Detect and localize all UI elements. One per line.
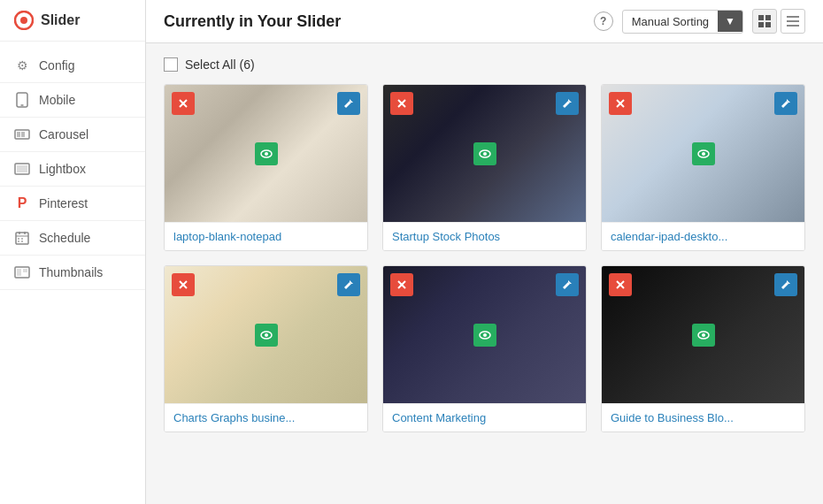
svg-point-42 <box>265 333 268 337</box>
preview-slide-button[interactable] <box>473 142 496 165</box>
config-icon: ⚙ <box>14 57 30 73</box>
sidebar-item-carousel[interactable]: Carousel <box>0 118 145 152</box>
svg-rect-23 <box>765 22 771 27</box>
edit-slide-button[interactable] <box>337 92 360 115</box>
thumbnails-icon <box>14 264 30 280</box>
preview-slide-button[interactable] <box>255 142 278 165</box>
edit-slide-button[interactable] <box>556 273 579 296</box>
svg-point-30 <box>265 152 268 156</box>
svg-rect-25 <box>787 20 799 22</box>
select-all-label[interactable]: Select All (6) <box>185 57 255 72</box>
app-name: Slider <box>41 12 80 28</box>
sidebar-label-schedule: Schedule <box>39 231 90 245</box>
delete-slide-button[interactable] <box>609 92 632 115</box>
slide-image <box>383 266 586 403</box>
preview-slide-button[interactable] <box>255 324 278 347</box>
sidebar-item-mobile[interactable]: Mobile <box>0 83 145 118</box>
grid-icon <box>758 15 771 27</box>
svg-rect-18 <box>17 269 21 276</box>
slide-card: calendar-ipad-deskto... <box>601 84 805 251</box>
slide-card: Startup Stock Photos <box>382 84 587 251</box>
slide-card: Content Marketing <box>382 265 587 432</box>
preview-slide-button[interactable] <box>692 324 715 347</box>
delete-slide-button[interactable] <box>172 273 195 296</box>
svg-rect-22 <box>758 22 764 27</box>
edit-slide-button[interactable] <box>774 92 797 115</box>
delete-slide-button[interactable] <box>390 273 413 296</box>
sidebar-item-pinterest[interactable]: P Pinterest <box>0 187 145 221</box>
svg-rect-19 <box>23 269 27 272</box>
mobile-icon <box>14 92 30 108</box>
sort-select-label: Manual Sorting <box>623 11 718 33</box>
slide-name: Startup Stock Photos <box>383 222 586 250</box>
sidebar-label-config: Config <box>39 58 74 73</box>
sidebar-item-thumbnails[interactable]: Thumbnails <box>0 256 145 290</box>
list-view-button[interactable] <box>781 9 805 34</box>
slides-grid: laptop-blank-notepadStartup Stock Photos… <box>164 84 805 432</box>
app-logo <box>14 11 34 30</box>
svg-rect-24 <box>787 16 799 18</box>
schedule-icon <box>14 230 30 246</box>
svg-rect-20 <box>758 15 764 20</box>
svg-rect-13 <box>18 238 19 240</box>
svg-point-50 <box>702 333 705 337</box>
carousel-icon <box>14 126 30 142</box>
slide-image <box>383 85 586 222</box>
edit-slide-button[interactable] <box>337 273 360 296</box>
sort-select-wrap: Manual Sorting ▼ <box>622 10 743 34</box>
select-all-row: Select All (6) <box>164 57 805 72</box>
sidebar-item-schedule[interactable]: Schedule <box>0 221 145 256</box>
delete-slide-button[interactable] <box>609 273 632 296</box>
svg-point-1 <box>20 17 27 24</box>
view-toggle <box>752 9 805 34</box>
slide-card: Guide to Business Blo... <box>601 265 805 432</box>
delete-slide-button[interactable] <box>172 92 195 115</box>
grid-view-button[interactable] <box>752 9 777 34</box>
sidebar-label-thumbnails: Thumbnails <box>39 265 103 279</box>
pinterest-icon: P <box>14 195 30 211</box>
sidebar-nav: ⚙ Config Mobile Carousel Lightbox P Pint… <box>0 42 145 297</box>
svg-rect-21 <box>765 15 771 20</box>
sidebar-header: Slider <box>0 0 145 42</box>
slide-name: Content Marketing <box>383 403 586 431</box>
slide-name: laptop-blank-notepad <box>165 222 367 250</box>
svg-rect-14 <box>21 238 23 240</box>
slide-image <box>165 266 367 403</box>
svg-rect-15 <box>18 241 19 242</box>
sidebar-item-config[interactable]: ⚙ Config <box>0 49 145 83</box>
slide-image <box>602 266 804 403</box>
svg-rect-6 <box>21 132 25 137</box>
svg-rect-16 <box>21 241 23 242</box>
sidebar-item-lightbox[interactable]: Lightbox <box>0 152 145 187</box>
slide-image <box>165 85 367 222</box>
svg-rect-8 <box>17 165 27 172</box>
preview-slide-button[interactable] <box>692 142 715 165</box>
sidebar-label-mobile: Mobile <box>39 93 75 107</box>
edit-slide-button[interactable] <box>556 92 579 115</box>
header-controls: ? Manual Sorting ▼ <box>594 9 805 34</box>
page-title: Currently in Your Slider <box>164 12 341 31</box>
slide-card: Charts Graphs busine... <box>164 265 368 432</box>
lightbox-icon <box>14 161 30 177</box>
main-header: Currently in Your Slider ? Manual Sortin… <box>146 0 823 43</box>
slide-image <box>602 85 804 222</box>
sort-dropdown-button[interactable]: ▼ <box>718 11 742 32</box>
sidebar-label-lightbox: Lightbox <box>39 162 86 176</box>
edit-slide-button[interactable] <box>774 273 797 296</box>
slide-name: Guide to Business Blo... <box>602 403 804 431</box>
select-all-checkbox[interactable] <box>164 57 178 72</box>
svg-rect-26 <box>787 25 799 27</box>
sidebar: Slider ⚙ Config Mobile Carousel Lightbox… <box>0 0 146 504</box>
help-button[interactable]: ? <box>594 11 613 31</box>
svg-point-38 <box>702 152 705 156</box>
svg-point-34 <box>483 152 487 156</box>
svg-point-46 <box>483 333 487 337</box>
slide-name: calendar-ipad-deskto... <box>602 222 804 250</box>
delete-slide-button[interactable] <box>390 92 413 115</box>
slides-content: Select All (6) laptop-blank-notepadStart… <box>146 43 823 504</box>
sidebar-label-carousel: Carousel <box>39 127 88 141</box>
main-content: Currently in Your Slider ? Manual Sortin… <box>146 0 823 504</box>
list-icon <box>787 15 799 27</box>
svg-rect-5 <box>17 132 20 137</box>
preview-slide-button[interactable] <box>473 324 496 347</box>
